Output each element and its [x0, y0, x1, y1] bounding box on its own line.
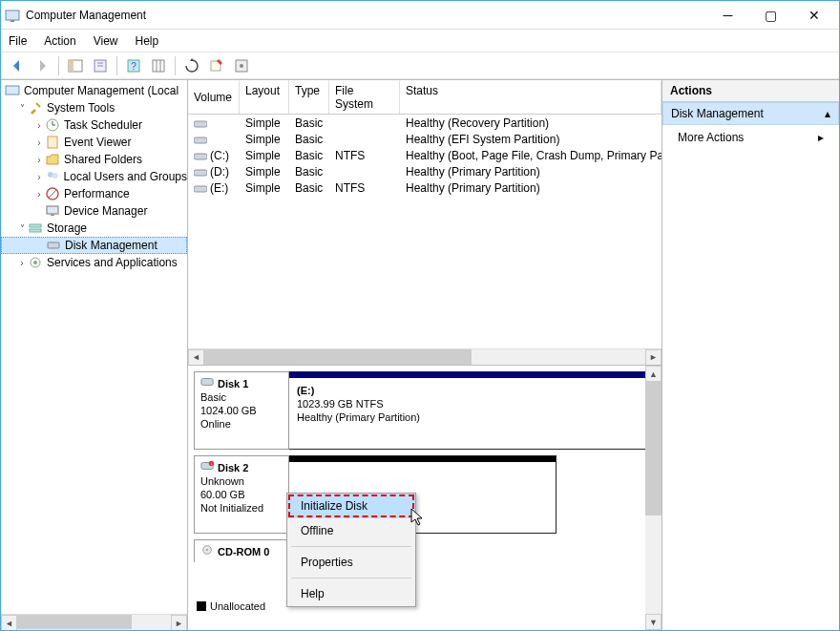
- tree-disk-management[interactable]: Disk Management: [1, 237, 187, 254]
- svg-line-23: [49, 190, 56, 198]
- expand-icon[interactable]: ›: [33, 155, 45, 165]
- actions-more[interactable]: More Actions ▸: [662, 125, 839, 150]
- volume-row[interactable]: SimpleBasicHealthy (Recovery Partition): [188, 115, 662, 131]
- svg-rect-9: [153, 60, 164, 72]
- actions-button[interactable]: [206, 55, 227, 76]
- disk-info: ↓Disk 2 Unknown 60.00 GB Not Initialized: [194, 455, 289, 534]
- scroll-down-icon[interactable]: ▼: [645, 614, 662, 630]
- columns-button[interactable]: [148, 55, 169, 76]
- expand-icon[interactable]: ›: [33, 120, 45, 131]
- graphical-v-scrollbar[interactable]: ▲ ▼: [645, 366, 662, 630]
- graphical-view: Disk 1 Basic 1024.00 GB Online (E:) 1023…: [188, 365, 662, 630]
- svg-text:↓: ↓: [210, 461, 212, 466]
- expand-icon[interactable]: ›: [33, 137, 45, 148]
- svg-rect-15: [6, 86, 19, 95]
- svg-point-30: [33, 261, 37, 264]
- forward-button[interactable]: [32, 55, 52, 76]
- refresh-button[interactable]: [181, 55, 202, 76]
- scroll-left-icon[interactable]: ◄: [1, 615, 17, 630]
- show-hide-tree-button[interactable]: [65, 55, 86, 76]
- help-button[interactable]: ?: [123, 55, 144, 76]
- svg-rect-33: [194, 154, 207, 159]
- col-status[interactable]: Status: [400, 80, 662, 114]
- tree-services-apps[interactable]: › Services and Applications: [1, 254, 187, 271]
- volume-row[interactable]: (E:)SimpleBasicNTFSHealthy (Primary Part…: [188, 179, 662, 196]
- submenu-arrow-icon: ▸: [818, 131, 824, 144]
- drive-icon: [194, 183, 207, 193]
- col-volume[interactable]: Volume: [188, 80, 240, 114]
- volume-row[interactable]: SimpleBasicHealthy (EFI System Partition…: [188, 131, 662, 147]
- scroll-left-icon[interactable]: ◄: [188, 349, 204, 366]
- drive-icon: [194, 135, 207, 144]
- scroll-up-icon[interactable]: ▲: [645, 366, 662, 382]
- window-title: Computer Management: [26, 9, 706, 22]
- minimize-button[interactable]: ─: [706, 1, 749, 30]
- scroll-right-icon[interactable]: ►: [645, 349, 662, 366]
- disk-row-cdrom[interactable]: CD-ROM 0: [194, 539, 656, 562]
- svg-rect-19: [48, 137, 57, 148]
- ctx-offline[interactable]: Offline: [287, 518, 415, 543]
- clock-icon: [45, 117, 60, 133]
- volume-block[interactable]: (E:) 1023.99 GB NTFS Healthy (Primary Pa…: [289, 371, 656, 450]
- svg-point-20: [48, 172, 53, 178]
- actions-pane: Actions Disk Management ▴ More Actions ▸: [662, 80, 839, 630]
- collapse-up-icon: ▴: [825, 107, 830, 120]
- svg-rect-24: [47, 206, 58, 214]
- col-fs[interactable]: File System: [329, 80, 400, 114]
- app-icon: [5, 8, 20, 23]
- legend-swatch-black: [197, 601, 206, 611]
- properties-button[interactable]: [90, 55, 111, 76]
- close-button[interactable]: ✕: [792, 1, 835, 30]
- maximize-button[interactable]: ▢: [749, 1, 792, 30]
- computer-icon: [5, 83, 20, 98]
- svg-rect-31: [194, 121, 207, 127]
- computer-management-window: Computer Management ─ ▢ ✕ File Action Vi…: [0, 0, 840, 631]
- col-type[interactable]: Type: [289, 80, 329, 114]
- tree-event-viewer[interactable]: › Event Viewer: [1, 134, 187, 151]
- drive-icon: [194, 118, 207, 128]
- mouse-cursor-icon: [410, 508, 426, 530]
- tree-shared-folders[interactable]: › Shared Folders: [1, 151, 187, 168]
- tree-storage[interactable]: ˅ Storage: [1, 220, 187, 237]
- volume-list-body: SimpleBasicHealthy (Recovery Partition)S…: [188, 115, 662, 196]
- tree-task-scheduler[interactable]: › Task Scheduler: [1, 116, 187, 134]
- back-button[interactable]: [7, 55, 28, 76]
- tree-root[interactable]: Computer Management (Local: [1, 82, 187, 99]
- ctx-properties[interactable]: Properties: [287, 550, 415, 575]
- ctx-initialize-disk[interactable]: Initialize Disk: [287, 494, 415, 518]
- collapse-icon[interactable]: ˅: [16, 223, 28, 234]
- title-bar: Computer Management ─ ▢ ✕: [1, 1, 839, 30]
- settings-button[interactable]: [231, 55, 252, 76]
- scroll-right-icon[interactable]: ►: [171, 615, 187, 630]
- menu-action[interactable]: Action: [44, 34, 75, 48]
- actions-dm[interactable]: Disk Management ▴: [662, 102, 839, 125]
- collapse-icon[interactable]: ˅: [16, 103, 28, 114]
- tree-device-manager[interactable]: Device Manager: [1, 202, 187, 220]
- expand-icon[interactable]: ›: [16, 258, 28, 268]
- volume-h-scrollbar[interactable]: ◄ ►: [188, 348, 662, 365]
- svg-text:?: ?: [131, 61, 136, 72]
- expand-icon[interactable]: ›: [33, 172, 45, 182]
- svg-rect-27: [30, 229, 41, 232]
- tree-h-scrollbar[interactable]: ◄ ►: [1, 614, 187, 630]
- svg-rect-26: [30, 224, 41, 227]
- tree-system-tools[interactable]: ˅ System Tools: [1, 99, 187, 116]
- menu-bar: File Action View Help: [1, 30, 839, 53]
- menu-view[interactable]: View: [94, 34, 118, 48]
- volume-row[interactable]: (C:)SimpleBasicNTFSHealthy (Boot, Page F…: [188, 147, 662, 163]
- svg-point-14: [240, 64, 243, 68]
- tree-local-users[interactable]: › Local Users and Groups: [1, 168, 187, 185]
- toolbar: ?: [1, 53, 839, 79]
- expand-icon[interactable]: ›: [33, 189, 45, 200]
- disk-row-disk1[interactable]: Disk 1 Basic 1024.00 GB Online (E:) 1023…: [194, 371, 656, 450]
- svg-rect-25: [51, 214, 54, 216]
- volume-row[interactable]: (D:)SimpleBasicHealthy (Primary Partitio…: [188, 163, 662, 179]
- tree-performance[interactable]: › Performance: [1, 185, 187, 202]
- actions-header: Actions: [662, 80, 839, 102]
- menu-file[interactable]: File: [9, 34, 27, 48]
- col-layout[interactable]: Layout: [240, 80, 289, 114]
- ctx-help[interactable]: Help: [287, 581, 415, 606]
- menu-help[interactable]: Help: [136, 34, 159, 48]
- event-log-icon: [45, 135, 60, 150]
- hard-disk-warning-icon: ↓: [200, 460, 214, 474]
